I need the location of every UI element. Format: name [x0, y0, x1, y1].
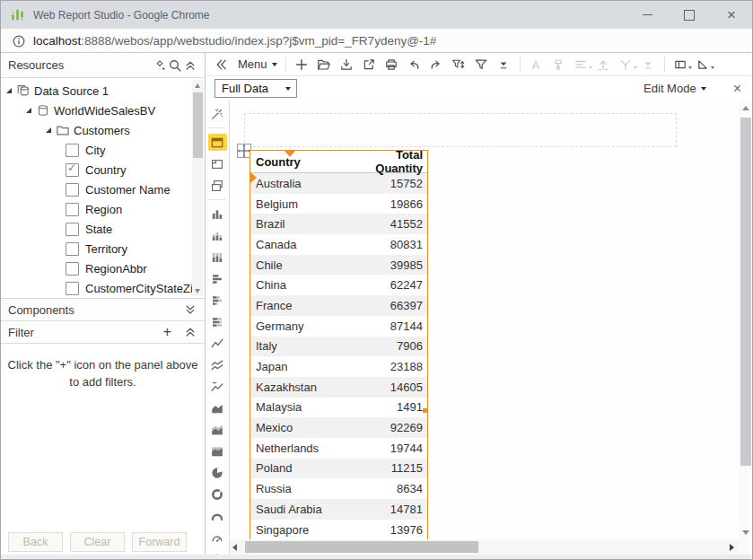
forward-button[interactable]: Forward: [132, 532, 187, 552]
cell-country[interactable]: Chile: [250, 258, 346, 272]
edit-mode-button[interactable]: Edit Mode: [644, 82, 706, 95]
cell-total-quantity[interactable]: 1491: [346, 400, 427, 414]
table-row[interactable]: Japan23188: [250, 356, 427, 377]
cell-country[interactable]: Kazakhstan: [250, 381, 346, 394]
table-row[interactable]: Kazakhstan14605: [250, 377, 427, 398]
tree-item-customer-name[interactable]: Customer Name: [1, 179, 205, 199]
cell-total-quantity[interactable]: 14781: [346, 503, 427, 516]
cell-total-quantity[interactable]: 11215: [346, 461, 427, 475]
cell-country[interactable]: Japan: [250, 360, 346, 373]
cell-country[interactable]: Netherlands: [250, 442, 346, 455]
table-row[interactable]: France66397: [250, 295, 427, 316]
cell-total-quantity[interactable]: 62247: [346, 278, 427, 292]
cell-country[interactable]: Russia: [250, 482, 346, 495]
checkbox-regionabbr[interactable]: [66, 262, 79, 276]
tree-item-customercitystatezip[interactable]: CustomerCityStateZip: [1, 278, 205, 298]
expand-arrow-icon[interactable]: [46, 127, 51, 133]
report-table[interactable]: Country Total Quantity Australia15752Bel…: [250, 150, 428, 539]
gauge-chart-icon[interactable]: [208, 529, 227, 546]
vertical-scrollbar[interactable]: [739, 101, 753, 539]
title-bar[interactable]: Web Report Studio - Google Chrome ×: [1, 1, 752, 29]
tree-item-data-source-1[interactable]: Data Source 1: [1, 81, 205, 101]
scroll-up-icon[interactable]: [742, 106, 749, 110]
report-canvas[interactable]: Country Total Quantity Australia15752Bel…: [230, 101, 739, 539]
table-row[interactable]: Saudi Arabia14781: [250, 499, 427, 520]
collapse-panel-icon[interactable]: [182, 57, 197, 73]
more-dropdown-icon[interactable]: [495, 56, 512, 74]
table-header-row[interactable]: Country Total Quantity: [250, 151, 427, 173]
cell-country[interactable]: Germany: [250, 319, 346, 333]
area-chart-icon[interactable]: [208, 399, 227, 416]
cell-country[interactable]: Malaysia: [250, 400, 346, 414]
column-header-total-quantity[interactable]: Total Quantity: [346, 150, 427, 175]
search-icon[interactable]: [167, 57, 182, 73]
tree-scrollbar[interactable]: [192, 80, 204, 296]
table-row[interactable]: Mexico92269: [250, 417, 427, 438]
cell-total-quantity[interactable]: 19866: [346, 197, 427, 211]
expand-arrow-icon[interactable]: [6, 88, 12, 93]
scroll-up-icon[interactable]: [195, 83, 200, 88]
cell-country[interactable]: Belgium: [250, 197, 346, 211]
cell-country[interactable]: Saudi Arabia: [250, 503, 346, 516]
stacked-line-chart-icon[interactable]: [208, 356, 227, 373]
filter-icon[interactable]: [472, 56, 490, 74]
checkbox-territory[interactable]: [66, 242, 79, 256]
dataset-select[interactable]: Full Data: [215, 79, 297, 98]
horizontal-scrollbar[interactable]: [230, 539, 739, 555]
back-button[interactable]: Back: [8, 532, 63, 552]
column-chart-icon[interactable]: [208, 206, 227, 223]
cell-total-quantity[interactable]: 8634: [346, 482, 427, 495]
expand-arrow-icon[interactable]: [26, 108, 31, 113]
scroll-down-icon[interactable]: [742, 530, 749, 535]
expand-panel-icon[interactable]: [182, 302, 197, 318]
cell-total-quantity[interactable]: 39985: [346, 258, 427, 272]
marker-line-chart-icon[interactable]: [208, 378, 227, 395]
tree-item-worldwidesalesbv[interactable]: WorldWideSalesBV: [1, 101, 205, 120]
minimize-button[interactable]: [639, 7, 655, 23]
draw-corner-icon[interactable]: [694, 56, 712, 74]
checkbox-customer-name[interactable]: [66, 183, 79, 197]
cell-total-quantity[interactable]: 14605: [346, 381, 427, 394]
url-bar[interactable]: localhost:8888/webos/app/webstudio/index…: [1, 29, 752, 53]
tree-item-city[interactable]: City: [1, 140, 205, 160]
scroll-right-icon[interactable]: [730, 544, 734, 551]
tree-item-region[interactable]: Region: [1, 199, 205, 219]
undo-icon[interactable]: [405, 56, 423, 74]
tree-item-territory[interactable]: Territory: [1, 239, 205, 258]
cell-total-quantity[interactable]: 92269: [346, 421, 427, 434]
column-header-country[interactable]: Country: [250, 155, 346, 169]
stacked-bar-chart-icon[interactable]: [208, 292, 227, 309]
sort-toggle-icon[interactable]: [152, 57, 167, 73]
cell-total-quantity[interactable]: 80831: [346, 238, 427, 251]
close-button[interactable]: ×: [723, 7, 740, 23]
table-row[interactable]: Netherlands19744: [250, 438, 427, 459]
percent-bar-chart-icon[interactable]: [208, 313, 227, 330]
vertical-scrollbar-thumb[interactable]: [740, 118, 751, 466]
cell-total-quantity[interactable]: 13976: [346, 523, 427, 537]
maximize-button[interactable]: [681, 7, 697, 23]
checkbox-city[interactable]: [66, 144, 79, 157]
donut-chart-icon[interactable]: [208, 486, 227, 503]
info-icon[interactable]: [12, 34, 25, 48]
cell-country[interactable]: Brazil: [250, 217, 346, 231]
selection-handle[interactable]: [423, 408, 427, 413]
line-chart-icon[interactable]: [208, 335, 227, 352]
address-text[interactable]: localhost:8888/webos/app/webstudio/index…: [33, 34, 436, 48]
cell-total-quantity[interactable]: 15752: [346, 177, 427, 190]
cell-total-quantity[interactable]: 7906: [346, 339, 427, 353]
table-row[interactable]: Italy7906: [250, 337, 427, 357]
table-icon[interactable]: [208, 134, 227, 151]
banded-icon[interactable]: [208, 177, 227, 194]
cell-country[interactable]: Poland: [250, 461, 346, 475]
cell-total-quantity[interactable]: 87144: [346, 319, 427, 333]
table-row[interactable]: Brazil41552: [250, 214, 427, 234]
table-row[interactable]: Chile39985: [250, 255, 427, 276]
cell-country[interactable]: Mexico: [250, 421, 346, 434]
cell-total-quantity[interactable]: 41552: [346, 217, 427, 231]
horizontal-scrollbar-thumb[interactable]: [245, 541, 478, 553]
stacked-column-chart-icon[interactable]: [208, 227, 227, 244]
report-header-band[interactable]: [244, 113, 677, 147]
tree-item-regionabbr[interactable]: RegionAbbr: [1, 258, 205, 278]
table-row[interactable]: Canada80831: [250, 234, 427, 255]
resources-panel-header[interactable]: Resources: [1, 53, 205, 78]
